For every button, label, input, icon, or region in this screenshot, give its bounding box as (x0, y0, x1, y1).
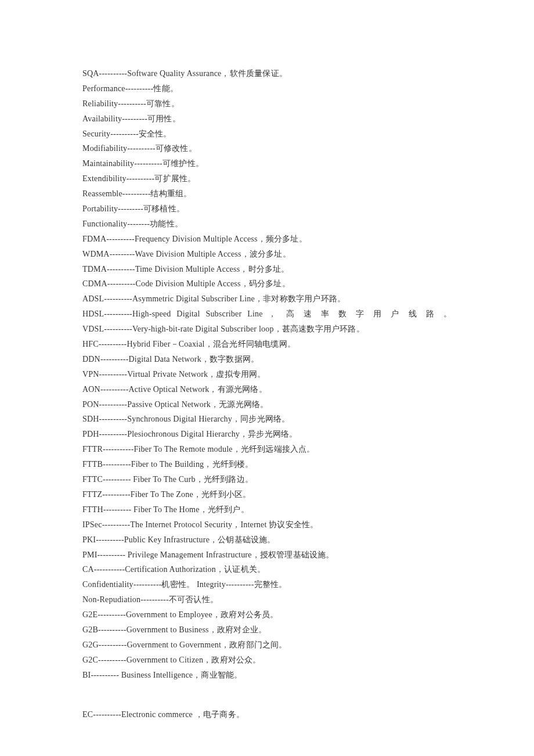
term-line: EC----------Electronic commerce ，电子商务。 (82, 707, 452, 722)
term-line: SQA----------Software Quality Assurance，… (82, 66, 452, 81)
term-line: G2G----------Government to Government，政府… (82, 638, 452, 653)
terms-list-continued: EC----------Electronic commerce ，电子商务。 (82, 707, 452, 722)
term-line: Functionality--------功能性。 (82, 217, 452, 232)
term-line: IPSec----------The Internet Protocol Sec… (82, 517, 452, 532)
term-line: FTTR-----------Fiber To The Remote modul… (82, 442, 452, 457)
term-line: G2B----------Government to Business，政府对企… (82, 622, 452, 638)
term-line: PON----------Passive Optical Network，无源光… (82, 397, 452, 412)
term-line: Portability---------可移植性。 (82, 201, 452, 217)
term-line: Reliability----------可靠性。 (82, 96, 452, 111)
term-line: PDH----------Plesiochronous Digital Hier… (82, 427, 452, 442)
term-line: Availability---------可用性。 (82, 111, 452, 127)
term-line: AON----------Active Optical Network，有源光网… (82, 382, 452, 397)
section-gap (82, 683, 452, 707)
terms-list: SQA----------Software Quality Assurance，… (82, 66, 452, 683)
term-line: FTTZ----------Fiber To The Zone，光纤到小区。 (82, 487, 452, 502)
term-line: WDMA---------Wave Division Multiple Acce… (82, 247, 452, 262)
term-line: FTTH---------- Fiber To The Home，光纤到户。 (82, 502, 452, 517)
term-line: Modifiability----------可修改性。 (82, 141, 452, 156)
term-line: Reassemble----------结构重组。 (82, 186, 452, 201)
term-line: HFC----------Hybrid Fiber－Coaxial，混合光纤同轴… (82, 337, 452, 352)
term-line: G2C----------Government to Citizen，政府对公众… (82, 653, 452, 668)
term-line: PMI---------- Privilege Management Infra… (82, 548, 452, 563)
term-line: BI---------- Business Intelligence，商业智能。 (82, 668, 452, 683)
term-line: FTTC---------- Fiber To The Curb，光纤到路边。 (82, 472, 452, 487)
term-line: ADSL----------Asymmetric Digital Subscri… (82, 291, 452, 307)
term-line: DDN----------Digital Data Network，数字数据网。 (82, 352, 452, 367)
term-line: VDSL----------Very-high-bit-rate Digital… (82, 322, 452, 337)
term-line: G2E----------Government to Employee，政府对公… (82, 607, 452, 622)
term-line: CA-----------Certification Authorization… (82, 562, 452, 577)
term-line: Maintainability----------可维护性。 (82, 156, 452, 171)
term-line: FTTB----------Fiber to The Building，光纤到楼… (82, 457, 452, 472)
term-line: SDH----------Synchronous Digital Hierarc… (82, 412, 452, 427)
term-line: HDSL----------High-speed Digital Subscri… (82, 307, 452, 322)
term-line: TDMA----------Time Division Multiple Acc… (82, 262, 452, 277)
term-line: Confidentiality----------机密性。 Integrity-… (82, 577, 452, 592)
term-line: Security----------安全性。 (82, 127, 452, 142)
term-line: Non-Repudiation----------不可否认性。 (82, 592, 452, 607)
term-line: CDMA----------Code Division Multiple Acc… (82, 276, 452, 291)
term-line: PKI----------Public Key Infrastructure，公… (82, 532, 452, 548)
term-line: FDMA----------Frequency Division Multipl… (82, 232, 452, 247)
term-line: Extendibility----------可扩展性。 (82, 171, 452, 186)
term-line: VPN----------Virtual Private Network，虚拟专… (82, 367, 452, 382)
term-line: Performance----------性能。 (82, 81, 452, 96)
